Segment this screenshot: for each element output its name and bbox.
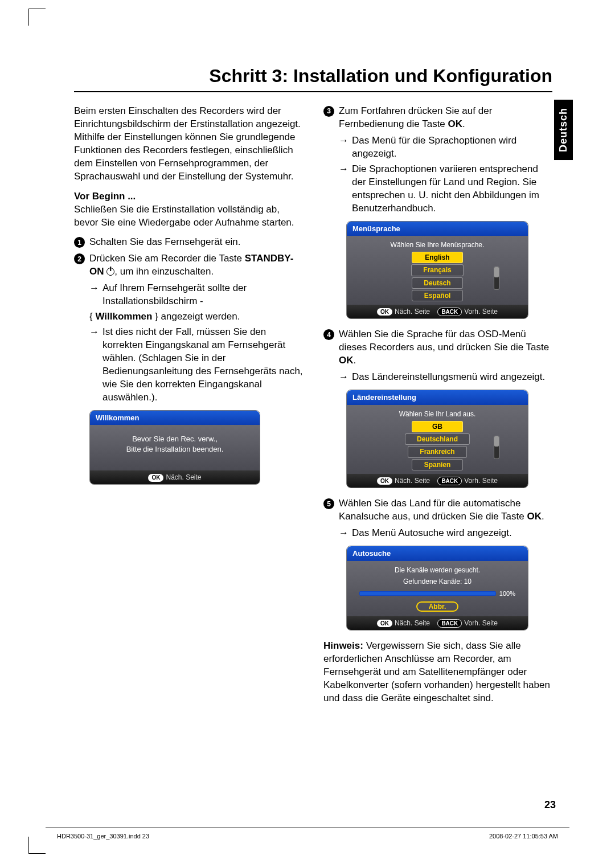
osd-footer: OKNäch. Seite xyxy=(90,470,260,484)
intro-text: Beim ersten Einschalten des Recorders wi… xyxy=(74,105,303,183)
progress-percent: 100% xyxy=(499,589,515,598)
osd-title: Menüsprache xyxy=(347,222,528,236)
arrow-icon: → xyxy=(339,527,348,540)
option-english[interactable]: English xyxy=(412,252,463,263)
osd-subtitle: Wählen Sie Ihre Menüsprache. xyxy=(354,240,521,249)
step-1-text: Schalten Sie das Fernsehgerät ein. xyxy=(89,236,241,249)
hinweis-label: Hinweis: xyxy=(323,640,363,651)
step-badge-1: 1 xyxy=(74,237,85,248)
ok-pill: OK xyxy=(148,474,163,482)
step4-result: Das Ländereinstellungsmenü wird angezeig… xyxy=(352,371,545,384)
step-5-text: Wählen Sie das Land für die automatische… xyxy=(339,497,552,523)
osd-body: Wählen Sie Ihr Land aus. GB Deutschland … xyxy=(347,405,528,474)
osd-footer: OKNäch. Seite BACKVorh. Seite xyxy=(347,305,528,319)
osd-line: Die Kanäle werden gesucht. xyxy=(354,566,521,575)
osd-line: Gefundene Kanäle: 10 xyxy=(354,577,521,586)
osd-body: Bevor Sie den Rec. verw., Bitte die Inst… xyxy=(90,425,260,470)
osd-body: Die Kanäle werden gesucht. Gefundene Kan… xyxy=(347,561,528,616)
osd-menusprache: Menüsprache Wählen Sie Ihre Menüsprache.… xyxy=(346,221,528,320)
step-4-text: Wählen Sie die Sprache für das OSD-Menü … xyxy=(339,328,552,367)
scrollbar[interactable] xyxy=(494,267,499,290)
abort-button[interactable]: Abbr. xyxy=(416,601,459,612)
footer-filename: HDR3500-31_ger_30391.indd 23 xyxy=(57,833,149,840)
ok-label: Näch. Seite xyxy=(395,308,430,316)
step5-result: Das Menü Autosuche wird angezeigt. xyxy=(352,527,512,540)
option-deutsch[interactable]: Deutsch xyxy=(412,277,463,289)
osd-title: Autosuche xyxy=(347,546,528,561)
option-list: English Français Deutsch Español xyxy=(354,252,521,301)
footer-rule xyxy=(46,828,569,828)
osd-body: Wählen Sie Ihre Menüsprache. English Fra… xyxy=(347,236,528,305)
osd-autosuche: Autosuche Die Kanäle werden gesucht. Gef… xyxy=(346,546,528,630)
ok-pill: OK xyxy=(377,308,392,316)
page-title: Schritt 3: Installation und Konfiguratio… xyxy=(74,65,552,92)
page-number: 23 xyxy=(544,799,556,811)
option-deutschland[interactable]: Deutschland xyxy=(405,433,470,445)
back-pill: BACK xyxy=(437,619,462,628)
crop-mark-bl xyxy=(28,837,46,854)
vor-beginn-label: Vor Beginn ... xyxy=(74,191,136,202)
osd-landereinstellung: Ländereinstellung Wählen Sie Ihr Land au… xyxy=(346,390,528,488)
left-column: Beim ersten Einschalten des Recorders wi… xyxy=(74,105,303,712)
arrow-icon: → xyxy=(89,326,99,404)
ok-label: Näch. Seite xyxy=(395,619,430,627)
osd-footer: OKNäch. Seite BACKVorh. Seite xyxy=(347,474,528,488)
option-spanien[interactable]: Spanien xyxy=(412,459,463,470)
back-label: Vorh. Seite xyxy=(464,308,498,316)
ok-label: Näch. Seite xyxy=(395,477,430,485)
option-francais[interactable]: Français xyxy=(411,264,463,276)
osd-line: Bitte die Installation beenden. xyxy=(97,444,253,455)
step-badge-5: 5 xyxy=(323,498,334,509)
back-label: Vorh. Seite xyxy=(464,477,498,485)
language-tab: Deutsch xyxy=(554,100,573,160)
option-frankreich[interactable]: Frankreich xyxy=(408,446,466,457)
standby-icon xyxy=(106,268,114,276)
osd-title: Ländereinstellung xyxy=(347,390,528,405)
option-espanol[interactable]: Español xyxy=(412,290,463,301)
scrollbar[interactable] xyxy=(494,436,499,459)
page-content: Schritt 3: Installation und Konfiguratio… xyxy=(74,65,552,712)
ok-label: Näch. Seite xyxy=(166,473,201,481)
option-list: GB Deutschland Frankreich Spanien xyxy=(354,421,521,470)
arrow-icon: → xyxy=(339,134,348,161)
hinweis: Hinweis: Vergewissern Sie sich, dass Sie… xyxy=(323,640,552,705)
osd-subtitle: Wählen Sie Ihr Land aus. xyxy=(354,410,521,419)
right-column: 3 Zum Fortfahren drücken Sie auf der Fer… xyxy=(323,105,552,712)
ok-pill: OK xyxy=(377,477,392,485)
willkommen-brace: { Willkommen } angezeigt werden. xyxy=(89,310,303,324)
osd-willkommen: Willkommen Bevor Sie den Rec. verw., Bit… xyxy=(89,410,260,485)
progress-bar xyxy=(359,591,496,596)
vor-beginn-text: Schließen Sie die Erstinstallation volls… xyxy=(74,204,294,228)
osd-title: Willkommen xyxy=(90,411,260,425)
arrow-icon: → xyxy=(339,371,348,384)
step2-result2: Ist dies nicht der Fall, müssen Sie den … xyxy=(102,326,303,404)
ok-pill: OK xyxy=(377,620,392,628)
option-gb[interactable]: GB xyxy=(412,421,463,432)
step-badge-2: 2 xyxy=(74,253,85,264)
step-2-text: Drücken Sie am Recorder die Taste STANDB… xyxy=(89,252,303,279)
arrow-icon: → xyxy=(89,282,99,308)
back-label: Vorh. Seite xyxy=(464,619,498,627)
osd-line: Bevor Sie den Rec. verw., xyxy=(97,434,253,444)
arrow-icon: → xyxy=(339,163,348,215)
step3-result2: Die Sprachoptionen variieren entsprechen… xyxy=(352,163,552,215)
footer-timestamp: 2008-02-27 11:05:53 AM xyxy=(489,833,558,840)
step-badge-3: 3 xyxy=(323,106,334,117)
scrollbar-thumb[interactable] xyxy=(494,267,499,277)
crop-mark-tl xyxy=(28,9,46,26)
back-pill: BACK xyxy=(437,308,462,317)
osd-footer: OKNäch. Seite BACKVorh. Seite xyxy=(347,616,528,630)
step-3-text: Zum Fortfahren drücken Sie auf der Fernb… xyxy=(339,105,552,131)
step-badge-4: 4 xyxy=(323,329,334,340)
step2-result1: Auf Ihrem Fernsehgerät sollte der Instal… xyxy=(102,282,303,308)
back-pill: BACK xyxy=(437,477,462,486)
step3-result1: Das Menü für die Sprachoptionen wird ang… xyxy=(352,134,552,161)
scrollbar-thumb[interactable] xyxy=(494,436,499,447)
